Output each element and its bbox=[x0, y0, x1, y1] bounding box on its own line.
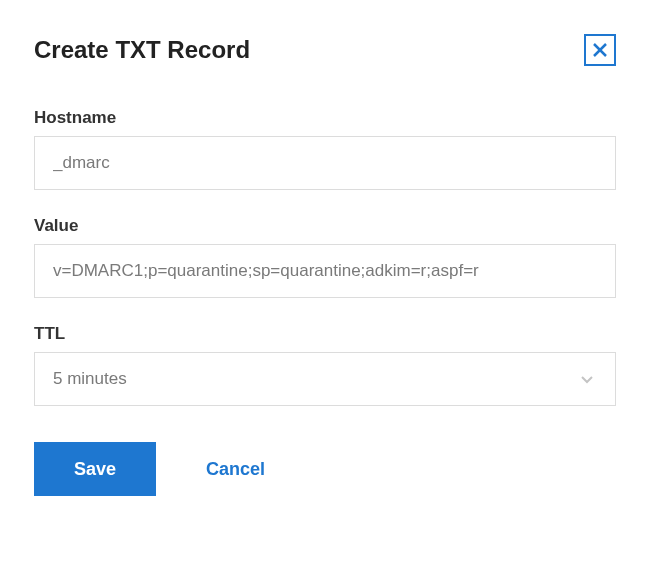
dialog-title: Create TXT Record bbox=[34, 36, 250, 64]
value-field: Value bbox=[34, 216, 616, 298]
ttl-selected-value: 5 minutes bbox=[53, 369, 127, 389]
hostname-field: Hostname bbox=[34, 108, 616, 190]
close-button[interactable] bbox=[584, 34, 616, 66]
ttl-select-wrapper: 5 minutes bbox=[34, 352, 616, 406]
dialog-header: Create TXT Record bbox=[34, 34, 616, 66]
hostname-input[interactable] bbox=[34, 136, 616, 190]
save-button[interactable]: Save bbox=[34, 442, 156, 496]
value-label: Value bbox=[34, 216, 616, 236]
ttl-field: TTL 5 minutes bbox=[34, 324, 616, 406]
button-row: Save Cancel bbox=[34, 442, 616, 496]
ttl-select[interactable]: 5 minutes bbox=[34, 352, 616, 406]
cancel-button[interactable]: Cancel bbox=[206, 459, 265, 480]
value-input[interactable] bbox=[34, 244, 616, 298]
hostname-label: Hostname bbox=[34, 108, 616, 128]
ttl-label: TTL bbox=[34, 324, 616, 344]
chevron-down-icon bbox=[577, 369, 597, 389]
close-icon bbox=[592, 42, 608, 58]
